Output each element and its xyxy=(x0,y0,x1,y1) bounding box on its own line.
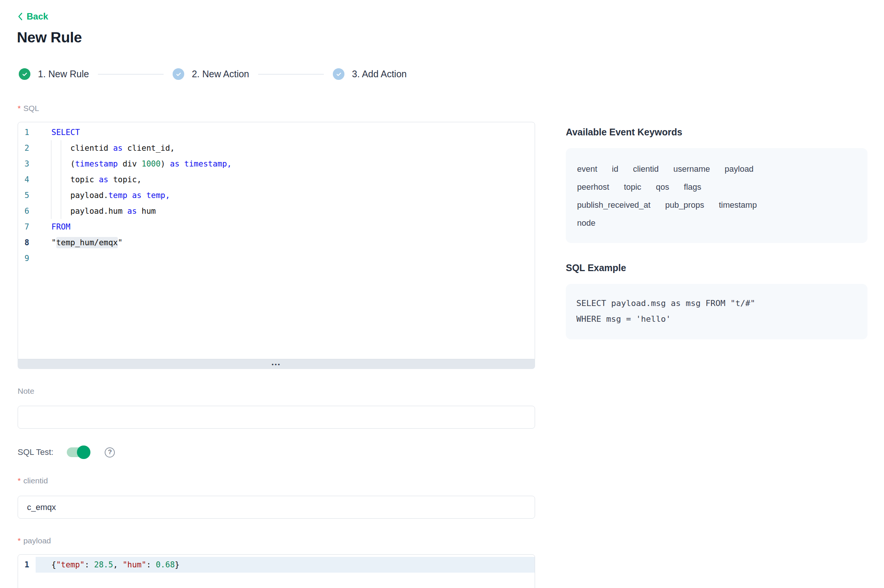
line-number: 8 xyxy=(18,235,36,250)
line-number: 9 xyxy=(18,250,36,266)
sql-test-row: SQL Test: ? xyxy=(18,446,115,459)
event-keyword: topic xyxy=(624,178,641,196)
step-add-action[interactable]: 3. Add Action xyxy=(333,68,407,80)
payload-field-label: * payload xyxy=(18,536,51,545)
keyword-row: publish_received_atpub_propstimestamp xyxy=(577,196,856,214)
step-connector xyxy=(98,74,164,75)
code-line: 5 payload.temp as temp, xyxy=(18,188,535,203)
event-keyword: clientid xyxy=(633,160,658,178)
required-asterisk: * xyxy=(18,476,21,485)
sql-example-line: WHERE msg = 'hello' xyxy=(576,311,857,327)
event-keyword: pub_props xyxy=(665,196,704,214)
back-label: Back xyxy=(27,11,48,22)
line-number: 6 xyxy=(18,203,36,219)
line-number: 4 xyxy=(18,172,36,188)
line-number: 5 xyxy=(18,188,36,203)
code-line: 6 payload.hum as hum xyxy=(18,203,535,219)
back-chevron-icon xyxy=(18,12,23,21)
event-keywords-panel: eventidclientidusernamepayloadpeerhostto… xyxy=(566,148,867,243)
code-line: 3 (timestamp div 1000) as timestamp, xyxy=(18,156,535,172)
clientid-field-label: * clientid xyxy=(18,476,48,485)
check-circle-icon xyxy=(173,68,184,80)
line-number: 7 xyxy=(18,219,36,235)
sql-field-label: * SQL xyxy=(18,104,39,113)
code-line: 4 topic as topic, xyxy=(18,172,535,188)
event-keyword: node xyxy=(577,214,595,232)
code-line: 7FROM xyxy=(18,219,535,235)
step-indicator: 1. New Rule 2. New Action 3. Add Action xyxy=(19,68,407,80)
keywords-title: Available Event Keywords xyxy=(566,127,682,138)
clientid-input[interactable] xyxy=(18,496,535,519)
page-title: New Rule xyxy=(17,29,82,46)
keyword-row: peerhosttopicqosflags xyxy=(577,178,856,196)
required-asterisk: * xyxy=(18,536,21,545)
code-line: 8"temp_hum/emqx" xyxy=(18,235,535,250)
sql-test-label: SQL Test: xyxy=(18,447,53,457)
payload-code-area[interactable]: 1{"temp": 28.5, "hum": 0.68} xyxy=(18,554,535,588)
indent-guide xyxy=(61,140,61,219)
toggle-knob xyxy=(77,446,90,459)
event-keyword: publish_received_at xyxy=(577,196,651,214)
line-number: 3 xyxy=(18,156,36,172)
line-number: 1 xyxy=(18,124,36,140)
step-label: 1. New Rule xyxy=(38,69,89,80)
sql-test-toggle[interactable] xyxy=(67,447,89,458)
note-input[interactable] xyxy=(18,406,535,429)
keyword-row: eventidclientidusernamepayload xyxy=(577,160,856,178)
code-line: 1SELECT xyxy=(18,124,535,140)
check-circle-icon xyxy=(19,68,30,80)
resize-dots-icon: ••• xyxy=(272,361,281,368)
code-line: 1{"temp": 28.5, "hum": 0.68} xyxy=(18,557,535,573)
event-keyword: payload xyxy=(725,160,753,178)
event-keyword: id xyxy=(612,160,618,178)
sql-code-area[interactable]: 1SELECT2 clientid as client_id,3 (timest… xyxy=(18,122,535,359)
note-field-label: Note xyxy=(18,387,34,396)
sql-example-line: SELECT payload.msg as msg FROM "t/#" xyxy=(576,296,857,311)
event-keyword: event xyxy=(577,160,597,178)
code-line: 2 clientid as client_id, xyxy=(18,140,535,156)
event-keyword: flags xyxy=(684,178,701,196)
step-label: 2. New Action xyxy=(192,69,249,80)
indent-guide xyxy=(51,140,51,219)
code-line: 9 xyxy=(18,250,535,266)
sql-editor: 1SELECT2 clientid as client_id,3 (timest… xyxy=(18,122,535,369)
back-button[interactable]: Back xyxy=(18,11,48,22)
step-label: 3. Add Action xyxy=(352,69,407,80)
keyword-row: node xyxy=(577,214,856,232)
help-icon[interactable]: ? xyxy=(105,447,115,458)
step-connector xyxy=(258,74,324,75)
event-keyword: qos xyxy=(656,178,669,196)
payload-editor: 1{"temp": 28.5, "hum": 0.68} xyxy=(18,554,535,588)
event-keyword: username xyxy=(673,160,710,178)
line-number: 1 xyxy=(18,557,36,573)
event-keyword: peerhost xyxy=(577,178,609,196)
sql-example-panel: SELECT payload.msg as msg FROM "t/#"WHER… xyxy=(566,284,867,339)
sql-example-title: SQL Example xyxy=(566,262,626,273)
event-keyword: timestamp xyxy=(719,196,757,214)
required-asterisk: * xyxy=(18,104,21,113)
line-number: 2 xyxy=(18,140,36,156)
step-new-rule[interactable]: 1. New Rule xyxy=(19,68,89,80)
check-circle-icon xyxy=(333,68,344,80)
step-new-action[interactable]: 2. New Action xyxy=(173,68,249,80)
editor-resize-handle[interactable]: ••• xyxy=(18,359,535,369)
